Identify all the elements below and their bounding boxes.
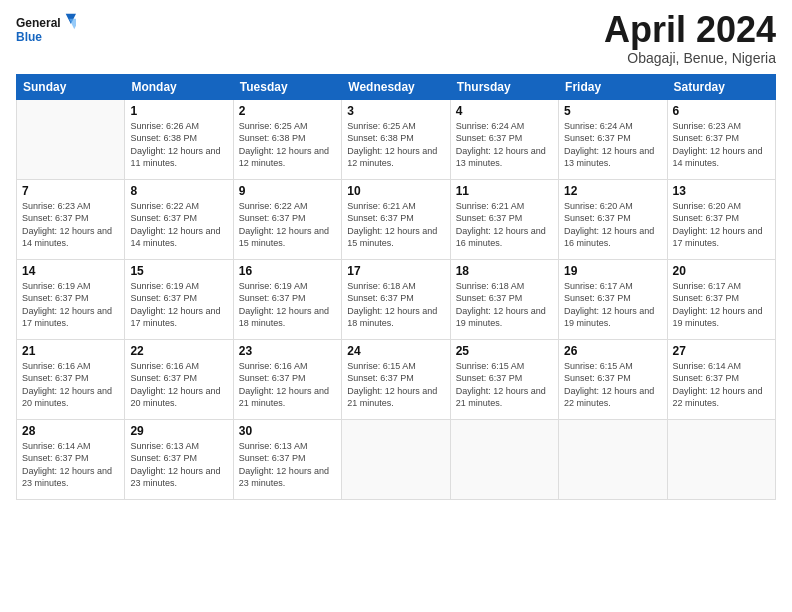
day-info: Sunrise: 6:14 AM Sunset: 6:37 PM Dayligh… <box>22 440 119 490</box>
calendar-day-header: Sunday <box>17 74 125 99</box>
day-info: Sunrise: 6:19 AM Sunset: 6:37 PM Dayligh… <box>22 280 119 330</box>
calendar-table: SundayMondayTuesdayWednesdayThursdayFrid… <box>16 74 776 500</box>
day-number: 4 <box>456 104 553 118</box>
day-number: 21 <box>22 344 119 358</box>
calendar-week-row: 7Sunrise: 6:23 AM Sunset: 6:37 PM Daylig… <box>17 179 776 259</box>
day-number: 23 <box>239 344 336 358</box>
calendar-day-cell <box>667 419 775 499</box>
day-info: Sunrise: 6:13 AM Sunset: 6:37 PM Dayligh… <box>239 440 336 490</box>
day-info: Sunrise: 6:16 AM Sunset: 6:37 PM Dayligh… <box>239 360 336 410</box>
day-info: Sunrise: 6:16 AM Sunset: 6:37 PM Dayligh… <box>22 360 119 410</box>
day-info: Sunrise: 6:16 AM Sunset: 6:37 PM Dayligh… <box>130 360 227 410</box>
day-info: Sunrise: 6:18 AM Sunset: 6:37 PM Dayligh… <box>347 280 444 330</box>
calendar-day-cell: 27Sunrise: 6:14 AM Sunset: 6:37 PM Dayli… <box>667 339 775 419</box>
calendar-day-cell: 26Sunrise: 6:15 AM Sunset: 6:37 PM Dayli… <box>559 339 667 419</box>
day-info: Sunrise: 6:23 AM Sunset: 6:37 PM Dayligh… <box>22 200 119 250</box>
calendar-week-row: 28Sunrise: 6:14 AM Sunset: 6:37 PM Dayli… <box>17 419 776 499</box>
calendar-day-cell: 24Sunrise: 6:15 AM Sunset: 6:37 PM Dayli… <box>342 339 450 419</box>
svg-text:General: General <box>16 16 61 30</box>
day-number: 22 <box>130 344 227 358</box>
day-number: 7 <box>22 184 119 198</box>
day-number: 11 <box>456 184 553 198</box>
calendar-day-cell <box>17 99 125 179</box>
calendar-day-cell: 23Sunrise: 6:16 AM Sunset: 6:37 PM Dayli… <box>233 339 341 419</box>
calendar-day-cell: 20Sunrise: 6:17 AM Sunset: 6:37 PM Dayli… <box>667 259 775 339</box>
day-info: Sunrise: 6:25 AM Sunset: 6:38 PM Dayligh… <box>347 120 444 170</box>
day-info: Sunrise: 6:19 AM Sunset: 6:37 PM Dayligh… <box>239 280 336 330</box>
day-number: 30 <box>239 424 336 438</box>
svg-text:Blue: Blue <box>16 30 42 44</box>
day-info: Sunrise: 6:22 AM Sunset: 6:37 PM Dayligh… <box>239 200 336 250</box>
day-info: Sunrise: 6:22 AM Sunset: 6:37 PM Dayligh… <box>130 200 227 250</box>
day-info: Sunrise: 6:17 AM Sunset: 6:37 PM Dayligh… <box>673 280 770 330</box>
day-info: Sunrise: 6:23 AM Sunset: 6:37 PM Dayligh… <box>673 120 770 170</box>
day-info: Sunrise: 6:24 AM Sunset: 6:37 PM Dayligh… <box>456 120 553 170</box>
day-number: 5 <box>564 104 661 118</box>
day-info: Sunrise: 6:20 AM Sunset: 6:37 PM Dayligh… <box>564 200 661 250</box>
day-info: Sunrise: 6:18 AM Sunset: 6:37 PM Dayligh… <box>456 280 553 330</box>
calendar-day-cell: 6Sunrise: 6:23 AM Sunset: 6:37 PM Daylig… <box>667 99 775 179</box>
calendar-day-cell <box>559 419 667 499</box>
day-number: 28 <box>22 424 119 438</box>
day-number: 6 <box>673 104 770 118</box>
day-number: 18 <box>456 264 553 278</box>
main-title: April 2024 <box>604 10 776 50</box>
calendar-day-cell: 28Sunrise: 6:14 AM Sunset: 6:37 PM Dayli… <box>17 419 125 499</box>
day-info: Sunrise: 6:15 AM Sunset: 6:37 PM Dayligh… <box>347 360 444 410</box>
calendar-day-cell: 11Sunrise: 6:21 AM Sunset: 6:37 PM Dayli… <box>450 179 558 259</box>
day-info: Sunrise: 6:13 AM Sunset: 6:37 PM Dayligh… <box>130 440 227 490</box>
day-number: 27 <box>673 344 770 358</box>
calendar-day-cell: 18Sunrise: 6:18 AM Sunset: 6:37 PM Dayli… <box>450 259 558 339</box>
calendar-day-header: Thursday <box>450 74 558 99</box>
day-info: Sunrise: 6:19 AM Sunset: 6:37 PM Dayligh… <box>130 280 227 330</box>
calendar-day-cell: 19Sunrise: 6:17 AM Sunset: 6:37 PM Dayli… <box>559 259 667 339</box>
day-number: 26 <box>564 344 661 358</box>
day-number: 16 <box>239 264 336 278</box>
calendar-day-header: Tuesday <box>233 74 341 99</box>
day-number: 2 <box>239 104 336 118</box>
day-info: Sunrise: 6:21 AM Sunset: 6:37 PM Dayligh… <box>347 200 444 250</box>
day-number: 20 <box>673 264 770 278</box>
day-number: 9 <box>239 184 336 198</box>
calendar-day-header: Friday <box>559 74 667 99</box>
calendar-day-header: Saturday <box>667 74 775 99</box>
calendar-day-cell: 13Sunrise: 6:20 AM Sunset: 6:37 PM Dayli… <box>667 179 775 259</box>
calendar-day-cell: 25Sunrise: 6:15 AM Sunset: 6:37 PM Dayli… <box>450 339 558 419</box>
calendar-day-cell <box>450 419 558 499</box>
day-info: Sunrise: 6:15 AM Sunset: 6:37 PM Dayligh… <box>564 360 661 410</box>
calendar-day-cell: 30Sunrise: 6:13 AM Sunset: 6:37 PM Dayli… <box>233 419 341 499</box>
day-number: 13 <box>673 184 770 198</box>
calendar-day-cell: 15Sunrise: 6:19 AM Sunset: 6:37 PM Dayli… <box>125 259 233 339</box>
svg-marker-3 <box>69 19 76 29</box>
calendar-day-header: Wednesday <box>342 74 450 99</box>
calendar-day-header: Monday <box>125 74 233 99</box>
calendar-day-cell: 17Sunrise: 6:18 AM Sunset: 6:37 PM Dayli… <box>342 259 450 339</box>
calendar-day-cell: 1Sunrise: 6:26 AM Sunset: 6:38 PM Daylig… <box>125 99 233 179</box>
calendar-day-cell: 3Sunrise: 6:25 AM Sunset: 6:38 PM Daylig… <box>342 99 450 179</box>
day-number: 25 <box>456 344 553 358</box>
calendar-day-cell: 4Sunrise: 6:24 AM Sunset: 6:37 PM Daylig… <box>450 99 558 179</box>
day-number: 24 <box>347 344 444 358</box>
calendar-day-cell <box>342 419 450 499</box>
calendar-day-cell: 29Sunrise: 6:13 AM Sunset: 6:37 PM Dayli… <box>125 419 233 499</box>
day-info: Sunrise: 6:14 AM Sunset: 6:37 PM Dayligh… <box>673 360 770 410</box>
day-number: 15 <box>130 264 227 278</box>
day-number: 12 <box>564 184 661 198</box>
logo: General Blue <box>16 10 76 50</box>
calendar-day-cell: 9Sunrise: 6:22 AM Sunset: 6:37 PM Daylig… <box>233 179 341 259</box>
day-number: 3 <box>347 104 444 118</box>
day-info: Sunrise: 6:15 AM Sunset: 6:37 PM Dayligh… <box>456 360 553 410</box>
day-info: Sunrise: 6:25 AM Sunset: 6:38 PM Dayligh… <box>239 120 336 170</box>
calendar-header-row: SundayMondayTuesdayWednesdayThursdayFrid… <box>17 74 776 99</box>
title-block: April 2024 Obagaji, Benue, Nigeria <box>604 10 776 66</box>
day-number: 14 <box>22 264 119 278</box>
day-info: Sunrise: 6:21 AM Sunset: 6:37 PM Dayligh… <box>456 200 553 250</box>
subtitle: Obagaji, Benue, Nigeria <box>604 50 776 66</box>
day-info: Sunrise: 6:26 AM Sunset: 6:38 PM Dayligh… <box>130 120 227 170</box>
page: General Blue April 2024 Obagaji, Benue, … <box>0 0 792 612</box>
logo-svg: General Blue <box>16 10 76 50</box>
calendar-day-cell: 5Sunrise: 6:24 AM Sunset: 6:37 PM Daylig… <box>559 99 667 179</box>
calendar-week-row: 21Sunrise: 6:16 AM Sunset: 6:37 PM Dayli… <box>17 339 776 419</box>
calendar-week-row: 1Sunrise: 6:26 AM Sunset: 6:38 PM Daylig… <box>17 99 776 179</box>
day-number: 8 <box>130 184 227 198</box>
